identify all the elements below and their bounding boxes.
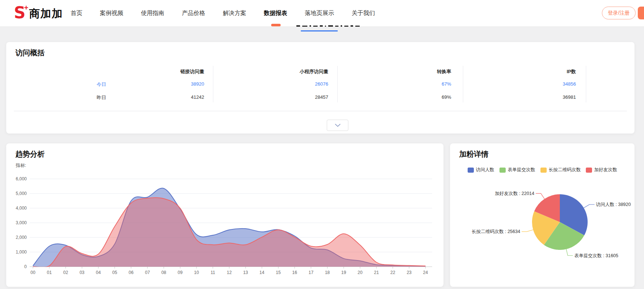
logo-text: 商加加 (29, 4, 63, 23)
trend-area-chart: 01,0002,0003,0004,0005,0006,000000102030… (6, 143, 443, 287)
fan-details-pie-chart: 访问人数 : 38920表单提交次数 : 31605长按二维码次数 : 2563… (450, 143, 634, 287)
main-nav: 首页 案例视频 使用指南 产品价格 解决方案 数据报表 落地页展示 关于我们 (71, 0, 375, 27)
nav-item-case-videos[interactable]: 案例视频 (100, 10, 123, 17)
today-ip-count: 34856 (503, 81, 576, 87)
nav-item-home[interactable]: 首页 (71, 10, 82, 17)
yesterday-ip-count: 36981 (503, 94, 576, 100)
col-header-link-visits: 链接访问量 (131, 68, 204, 75)
x-axis-tick-label: 20 (357, 270, 363, 275)
col-header-miniprogram-visits: 小程序访问量 (255, 68, 328, 75)
pie-label-leader-line (522, 230, 533, 232)
pie-label: 访问人数 : 38920 (596, 202, 631, 207)
row-label-today: 今日 (97, 81, 106, 88)
yesterday-link-visits: 41242 (131, 94, 204, 100)
today-link-visits: 38920 (131, 81, 204, 87)
logo-plus-glyph: + (24, 4, 29, 11)
x-axis-tick-label: 02 (63, 270, 68, 275)
y-axis-tick-label: 2,000 (16, 235, 27, 240)
brand-logo[interactable]: S + 商加加 (14, 4, 63, 23)
x-axis-tick-label: 03 (79, 270, 85, 275)
x-axis-tick-label: 12 (227, 270, 232, 275)
nav-item-solutions[interactable]: 解决方案 (223, 10, 246, 17)
pie-label: 加好友次数 : 22014 (495, 191, 534, 196)
chevron-down-icon (335, 124, 341, 127)
y-axis-tick-label: 0 (24, 264, 27, 269)
clipped-tab-text-fragments (296, 24, 379, 27)
x-axis-tick-label: 10 (194, 270, 199, 275)
x-axis-tick-label: 08 (161, 270, 166, 275)
x-axis-tick-label: 22 (390, 270, 396, 275)
x-axis-tick-label: 16 (292, 270, 297, 275)
nav-item-user-guide[interactable]: 使用指南 (141, 10, 164, 17)
x-axis-tick-label: 04 (96, 270, 101, 275)
x-axis-tick-label: 11 (210, 270, 215, 275)
column-divider (337, 66, 338, 102)
pie-label-leader-line (584, 204, 595, 208)
fan-details-card: 加粉详情 访问人数 表单提交次数 长按二维码次数 加好友次数 访问人数 : 38… (450, 143, 634, 287)
visit-overview-card: 访问概括 链接访问量 小程序访问量 转换率 IP数 今日 38920 26076… (6, 42, 634, 134)
side-panel-button[interactable] (638, 7, 644, 19)
trend-analysis-card: 趋势分析 指标: 01,0002,0003,0004,0005,0006,000… (6, 143, 443, 287)
y-axis-tick-label: 3,000 (16, 220, 27, 225)
y-axis-tick-label: 1,000 (16, 249, 27, 255)
col-header-ip-count: IP数 (503, 68, 576, 75)
yesterday-conversion-rate: 69% (378, 94, 451, 100)
x-axis-tick-label: 14 (259, 270, 265, 275)
column-divider (586, 66, 586, 102)
nav-item-landing-pages[interactable]: 落地页展示 (305, 10, 334, 17)
section-divider (14, 111, 627, 111)
column-divider (213, 66, 213, 102)
pie-label-leader-line (566, 249, 573, 256)
pie-label: 长按二维码次数 : 25634 (472, 229, 520, 234)
x-axis-tick-label: 23 (407, 270, 412, 275)
x-axis-tick-label: 15 (276, 270, 281, 275)
x-axis-tick-label: 24 (423, 270, 428, 275)
x-axis-tick-label: 13 (243, 270, 248, 275)
nav-item-data-report[interactable]: 数据报表 (264, 10, 287, 17)
y-axis-tick-label: 6,000 (16, 176, 27, 181)
pie-label-leader-line (536, 194, 544, 199)
x-axis-tick-label: 19 (341, 270, 347, 275)
active-nav-indicator (271, 24, 281, 26)
yesterday-miniprogram-visits: 28457 (255, 94, 328, 100)
active-tab-underline (301, 30, 338, 31)
expand-overview-button[interactable] (327, 120, 348, 131)
y-axis-tick-label: 4,000 (16, 206, 27, 211)
top-navbar: S + 商加加 首页 案例视频 使用指南 产品价格 解决方案 数据报表 落地页展… (0, 0, 644, 27)
login-register-button[interactable]: 登录/注册 (602, 7, 636, 19)
pie-label: 表单提交次数 : 31605 (574, 253, 618, 258)
col-header-conversion-rate: 转换率 (378, 68, 451, 75)
x-axis-tick-label: 18 (325, 270, 330, 275)
today-conversion-rate: 67% (378, 81, 451, 87)
nav-item-pricing[interactable]: 产品价格 (182, 10, 205, 17)
x-axis-tick-label: 09 (178, 270, 183, 275)
x-axis-tick-label: 17 (308, 270, 314, 275)
today-miniprogram-visits: 26076 (255, 81, 328, 87)
row-label-yesterday: 昨日 (97, 94, 106, 101)
x-axis-tick-label: 01 (47, 270, 52, 275)
x-axis-tick-label: 07 (145, 270, 150, 275)
nav-item-about-us[interactable]: 关于我们 (352, 10, 375, 17)
visit-overview-title: 访问概括 (15, 48, 45, 58)
x-axis-tick-label: 21 (374, 270, 379, 275)
column-divider (463, 66, 463, 102)
x-axis-tick-label: 05 (112, 270, 117, 275)
y-axis-tick-label: 5,000 (16, 191, 27, 196)
x-axis-tick-label: 00 (30, 270, 35, 275)
x-axis-tick-label: 06 (129, 270, 134, 275)
